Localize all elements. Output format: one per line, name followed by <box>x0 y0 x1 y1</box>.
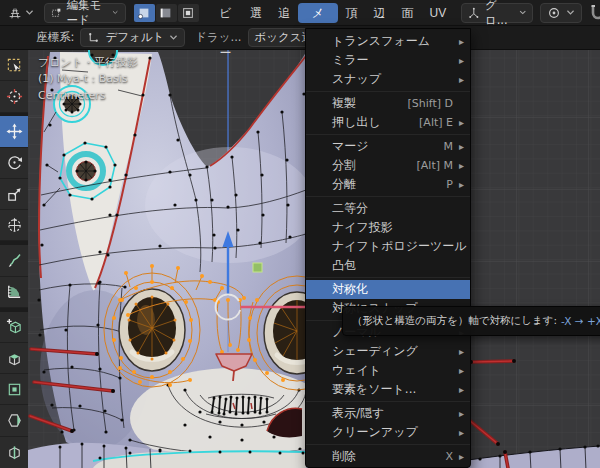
tool-scale-button[interactable] <box>0 179 28 210</box>
coord-system-label: 座標系: <box>36 30 74 45</box>
menu-item-shading[interactable]: シェーディング▸ <box>306 342 470 361</box>
submenu-arrow-icon: ▸ <box>453 346 464 357</box>
menu-edge[interactable]: 辺 <box>366 3 394 23</box>
submenu-arrow-icon: ▸ <box>453 365 464 376</box>
menu-item-delete[interactable]: 削除X▸ <box>306 447 470 466</box>
menu-item-extrude[interactable]: 押し出し[Alt] E▸ <box>306 113 470 132</box>
tool-measure-button[interactable] <box>0 277 28 308</box>
tooltip-text: （形状と構造の両方を）軸で対称にします: <box>352 314 557 328</box>
menu-item-symmetrize[interactable]: 対称化 <box>306 280 470 299</box>
tool-rotate-button[interactable] <box>0 148 28 179</box>
menu-item-knife-topology-tool[interactable]: ナイフトポロジーツール <box>306 237 470 256</box>
select-mode-group <box>134 4 199 22</box>
rotate-icon <box>6 154 23 171</box>
menu-view[interactable]: ビュー <box>209 3 242 23</box>
pivot-dropdown[interactable] <box>540 3 582 23</box>
loop-cut-icon <box>6 444 23 461</box>
menu-mesh[interactable]: メッシュ <box>298 3 337 23</box>
chevron-down-icon <box>519 9 526 16</box>
scale-icon <box>6 186 23 203</box>
menu-separator <box>306 134 470 135</box>
edge-select-icon <box>159 6 173 20</box>
menu-item-cleanup[interactable]: クリーンアップ▸ <box>306 423 470 442</box>
menu-item-snap[interactable]: スナップ▸ <box>306 70 470 89</box>
menu-item-knife-project[interactable]: ナイフ投影 <box>306 218 470 237</box>
tool-cursor-button[interactable] <box>0 81 28 112</box>
tool-extrude-button[interactable] <box>0 343 28 374</box>
add-cube-icon <box>6 318 23 335</box>
chevron-down-icon <box>25 9 34 16</box>
submenu-arrow-icon: ▸ <box>453 384 464 395</box>
mode-dropdown[interactable]: 編集モード <box>44 3 126 23</box>
annotate-pen-icon <box>6 252 23 269</box>
tool-bevel-button[interactable] <box>0 405 28 436</box>
tool-add-cube-button[interactable] <box>0 312 28 343</box>
orientation-dropdown[interactable]: グロ... <box>461 3 533 23</box>
menu-separator <box>306 444 470 445</box>
pivot-icon <box>547 6 561 20</box>
menu-separator <box>306 91 470 92</box>
menu-separator <box>306 277 470 278</box>
menu-select[interactable]: 選択 <box>242 3 270 23</box>
menu-item-show-hide[interactable]: 表示/隠す▸ <box>306 404 470 423</box>
tool-sidebar <box>0 50 28 468</box>
cursor-move-icon <box>87 31 100 44</box>
menu-item-bisect[interactable]: 二等分 <box>306 199 470 218</box>
submenu-arrow-icon: ▸ <box>453 179 464 190</box>
chevron-down-icon <box>169 34 178 41</box>
move-icon <box>6 123 23 140</box>
menu-item-separate[interactable]: 分離P▸ <box>306 175 470 194</box>
menu-face[interactable]: 面 <box>394 3 422 23</box>
menu-item-mirror[interactable]: ミラー▸ <box>306 51 470 70</box>
menu-item-duplicate[interactable]: 複製[Shift] D <box>306 94 470 113</box>
tool-inset-button[interactable] <box>0 374 28 405</box>
coord-system-dropdown[interactable]: デフォルト <box>80 28 185 47</box>
submenu-arrow-icon: ▸ <box>453 36 464 47</box>
orientation-axes-icon <box>468 6 480 20</box>
tool-move-button[interactable] <box>0 116 28 147</box>
submenu-arrow-icon: ▸ <box>453 408 464 419</box>
menu-item-sort-elements[interactable]: 要素をソート...▸ <box>306 380 470 399</box>
ear-ring-a <box>54 86 90 122</box>
submenu-arrow-icon: ▸ <box>453 451 464 462</box>
blender-window: フロント・平行投影 (1) Mya-t : Basis Centimeters … <box>0 0 600 468</box>
menu-add[interactable]: 追加 <box>270 3 298 23</box>
tool-box-select-button[interactable] <box>0 50 28 81</box>
tool-loop-cut-button[interactable] <box>0 437 28 468</box>
face-select-icon <box>181 6 195 20</box>
chevron-down-icon <box>112 9 118 16</box>
submenu-arrow-icon: ▸ <box>453 427 464 438</box>
tooltip-value: -X → +X <box>561 315 600 327</box>
chevron-down-icon <box>566 9 575 16</box>
submenu-arrow-icon: ▸ <box>453 117 464 128</box>
face-select-button[interactable] <box>178 4 199 22</box>
symmetrize-tooltip: （形状と構造の両方を）軸で対称にします: -X → +X <box>342 306 600 336</box>
tool-annotate-button[interactable] <box>0 245 28 276</box>
tool-transform-button[interactable] <box>0 210 28 241</box>
menu-item-split[interactable]: 分割[Alt] M▸ <box>306 156 470 175</box>
snap-button[interactable] <box>588 3 600 23</box>
extrude-region-icon <box>6 350 23 367</box>
submenu-arrow-icon: ▸ <box>453 160 464 171</box>
menu-separator <box>306 196 470 197</box>
menu-item-weights[interactable]: ウェイト▸ <box>306 361 470 380</box>
menu-vertex[interactable]: 頂点 <box>338 3 366 23</box>
menu-item-convex-hull[interactable]: 凸包 <box>306 256 470 275</box>
snap-magnet-icon <box>588 3 600 23</box>
menu-item-merge[interactable]: マージM▸ <box>306 137 470 156</box>
editor-type-button[interactable] <box>4 3 37 23</box>
mode-dropdown-label: 編集モード <box>67 0 108 28</box>
transform-icon <box>6 217 23 234</box>
vertex-select-button[interactable] <box>134 4 155 22</box>
cursor-3d-icon <box>6 88 23 105</box>
edge-select-button[interactable] <box>156 4 177 22</box>
menubar-menus: ビュー 選択 追加 メッシュ 頂点 辺 面 UV <box>209 3 455 23</box>
menu-item-transform[interactable]: トランスフォーム▸ <box>306 32 470 51</box>
menu-uv[interactable]: UV <box>422 3 455 23</box>
box-select-icon <box>6 57 23 74</box>
editor-type-icon <box>7 5 23 21</box>
header-menubar: 編集モード <box>0 0 600 26</box>
submenu-arrow-icon: ▸ <box>453 141 464 152</box>
drag-label: ドラッ... <box>195 30 241 45</box>
active-face-dot <box>253 263 262 272</box>
